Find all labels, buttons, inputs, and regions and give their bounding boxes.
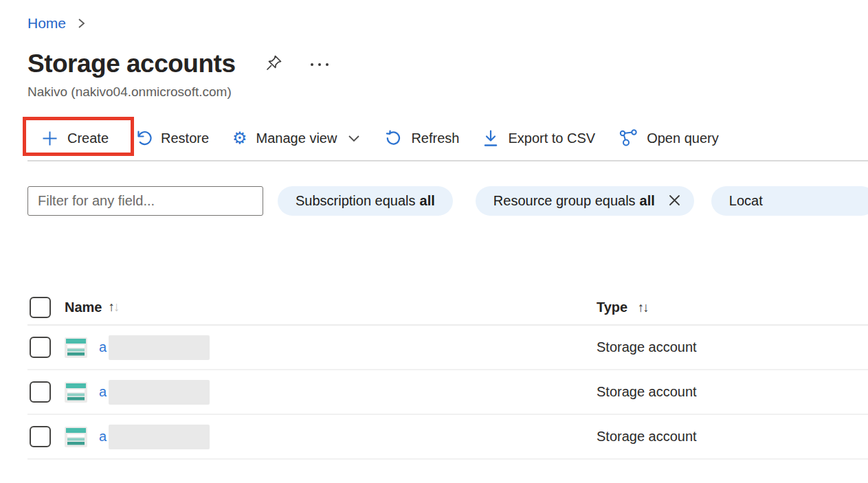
resource-group-filter-pill[interactable]: Resource group equals all bbox=[476, 186, 694, 216]
create-button-label: Create bbox=[67, 131, 109, 146]
redacted-name bbox=[109, 425, 210, 449]
more-options-button[interactable] bbox=[307, 56, 333, 72]
storage-account-link[interactable]: a bbox=[99, 384, 107, 400]
storage-accounts-table: Name ↑↓ Type ↑↓ a bbox=[27, 290, 868, 460]
row-type: Storage account bbox=[597, 339, 868, 355]
pin-button[interactable] bbox=[263, 51, 286, 78]
dismiss-filter-button[interactable] bbox=[666, 192, 683, 211]
breadcrumb: Home bbox=[27, 0, 868, 32]
redacted-name bbox=[109, 380, 210, 405]
pill-text: Locat bbox=[729, 193, 763, 209]
pill-text: Subscription equals bbox=[296, 193, 416, 209]
filter-bar: Subscription equals all Resource group e… bbox=[27, 186, 868, 216]
column-header-type[interactable]: Type bbox=[597, 300, 627, 315]
refresh-icon bbox=[384, 129, 402, 147]
table-row[interactable]: a Storage account bbox=[27, 415, 868, 460]
command-bar: Create Restore ⚙ Manage view bbox=[27, 116, 868, 161]
export-to-csv-button-label: Export to CSV bbox=[508, 131, 595, 146]
location-filter-pill[interactable]: Locat bbox=[711, 186, 868, 216]
close-icon bbox=[667, 193, 682, 210]
refresh-button-label: Refresh bbox=[411, 131, 459, 146]
pin-icon bbox=[265, 54, 283, 75]
redacted-name bbox=[109, 335, 210, 360]
plus-icon bbox=[41, 130, 58, 147]
undo-icon bbox=[135, 129, 152, 147]
restore-button-label: Restore bbox=[161, 131, 209, 146]
select-all-checkbox[interactable] bbox=[30, 297, 51, 318]
pill-value: all bbox=[640, 193, 655, 209]
export-to-csv-button[interactable]: Export to CSV bbox=[471, 116, 607, 160]
row-type: Storage account bbox=[597, 384, 868, 400]
download-icon bbox=[482, 129, 499, 148]
refresh-button[interactable]: Refresh bbox=[372, 116, 471, 160]
restore-button[interactable]: Restore bbox=[124, 116, 221, 160]
sort-icon-name[interactable]: ↑↓ bbox=[108, 300, 118, 315]
open-query-button[interactable]: Open query bbox=[607, 116, 731, 160]
pill-text: Resource group equals bbox=[493, 193, 636, 209]
storage-account-link[interactable]: a bbox=[99, 339, 107, 355]
sort-icon-type[interactable]: ↑↓ bbox=[638, 300, 648, 315]
chevron-down-icon bbox=[347, 133, 361, 143]
storage-account-icon bbox=[65, 337, 87, 358]
gear-icon: ⚙ bbox=[232, 130, 247, 146]
row-checkbox[interactable] bbox=[30, 337, 51, 358]
column-header-name[interactable]: Name bbox=[65, 300, 102, 315]
open-query-button-label: Open query bbox=[647, 131, 719, 146]
query-icon bbox=[619, 128, 638, 148]
breadcrumb-home-link[interactable]: Home bbox=[27, 15, 66, 32]
create-button[interactable]: Create bbox=[27, 116, 124, 160]
table-row[interactable]: a Storage account bbox=[27, 370, 868, 415]
table-header-row: Name ↑↓ Type ↑↓ bbox=[27, 290, 868, 326]
subscription-filter-pill[interactable]: Subscription equals all bbox=[278, 186, 453, 216]
toolbar-divider bbox=[27, 160, 868, 161]
filter-input[interactable] bbox=[27, 186, 263, 216]
storage-account-link[interactable]: a bbox=[99, 429, 107, 445]
row-checkbox[interactable] bbox=[30, 426, 51, 447]
manage-view-button-label: Manage view bbox=[256, 131, 337, 146]
storage-account-icon bbox=[65, 427, 87, 447]
row-checkbox[interactable] bbox=[30, 381, 51, 403]
title-row: Storage accounts bbox=[27, 49, 868, 78]
chevron-right-icon bbox=[76, 17, 86, 30]
page-title: Storage accounts bbox=[27, 49, 235, 78]
directory-subtitle: Nakivo (nakivo04.onmicrosoft.com) bbox=[27, 85, 868, 100]
row-type: Storage account bbox=[597, 429, 868, 445]
table-row[interactable]: a Storage account bbox=[27, 326, 868, 370]
storage-account-icon bbox=[65, 382, 87, 403]
ellipsis-icon bbox=[309, 59, 330, 69]
pill-value: all bbox=[420, 193, 435, 209]
storage-accounts-page: Home Storage accounts Nakivo (nakivo04.o… bbox=[0, 0, 868, 460]
manage-view-button[interactable]: ⚙ Manage view bbox=[221, 116, 372, 160]
